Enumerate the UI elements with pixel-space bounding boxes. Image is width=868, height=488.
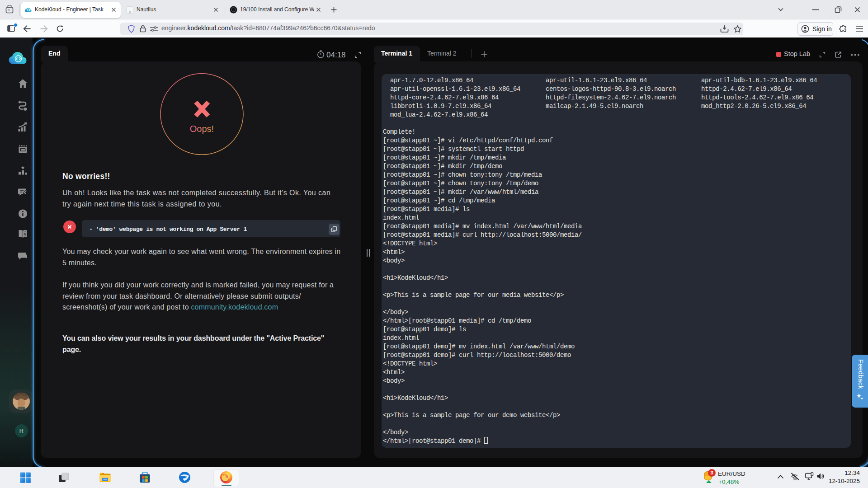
- svg-text:Oops!: Oops!: [190, 124, 214, 134]
